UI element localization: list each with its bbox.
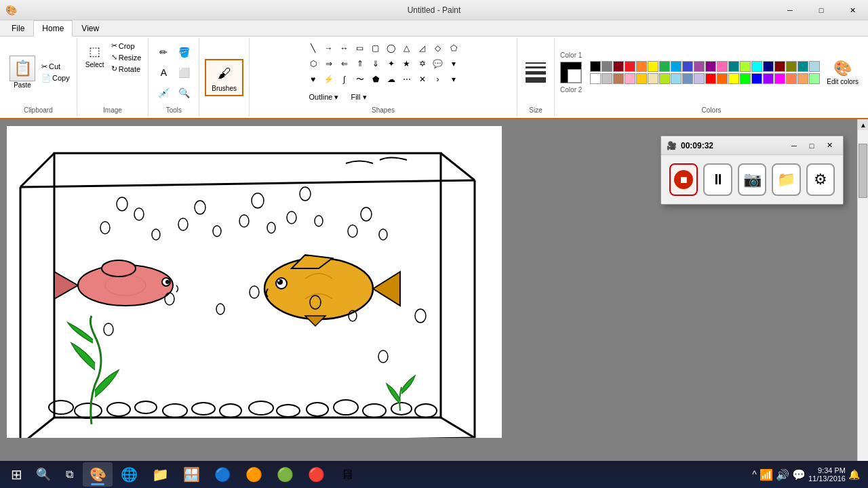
swatch-blue[interactable]: [671, 61, 682, 72]
swatch-coral[interactable]: [786, 73, 797, 84]
notification-icon[interactable]: 🔔: [848, 469, 860, 480]
recorder-maximize[interactable]: □: [804, 139, 820, 152]
tray-up-icon[interactable]: ^: [752, 469, 757, 480]
color1-box[interactable]: [560, 62, 582, 83]
taskbar-explorer[interactable]: 📁: [145, 462, 175, 487]
tray-sound-icon[interactable]: 🔊: [776, 468, 789, 481]
swatch-black[interactable]: [590, 61, 601, 72]
taskbar-windows[interactable]: 🪟: [176, 462, 206, 487]
swatch-yellow[interactable]: [648, 61, 658, 72]
swatch-white[interactable]: [590, 73, 601, 84]
taskbar-app4[interactable]: 🔴: [301, 462, 331, 487]
drawing-canvas[interactable]: [7, 126, 502, 438]
swatch-olive[interactable]: [786, 61, 797, 72]
swatch-navy[interactable]: [763, 61, 774, 72]
brushes-button[interactable]: 🖌 Brushes: [205, 59, 243, 96]
swatch-brightorange[interactable]: [717, 73, 728, 84]
taskbar-paint[interactable]: 🎨: [83, 462, 113, 487]
eraser-tool[interactable]: ⬜: [174, 63, 193, 82]
recorder-settings-button[interactable]: ⚙: [806, 163, 835, 196]
shape-star6[interactable]: ✡: [415, 56, 430, 71]
shape-line[interactable]: ╲: [306, 41, 321, 56]
tray-network-icon[interactable]: 📶: [760, 468, 773, 481]
fill-dropdown[interactable]: Fill ▾: [347, 91, 370, 104]
swatch-darkcyan[interactable]: [797, 61, 808, 72]
swatch-brightyellow[interactable]: [728, 73, 739, 84]
recorder-pause-button[interactable]: ⏸: [703, 163, 732, 196]
shape-freeform[interactable]: 〜: [353, 72, 368, 87]
maximize-button[interactable]: □: [806, 0, 837, 20]
swatch-sand[interactable]: [797, 73, 808, 84]
shape-x[interactable]: ✕: [415, 72, 430, 87]
shape-pentagon[interactable]: ⬠: [446, 41, 461, 56]
swatch-lightgray[interactable]: [601, 73, 612, 84]
shape-arrow-more[interactable]: ⋯: [399, 72, 414, 87]
recorder-close[interactable]: ✕: [821, 139, 837, 152]
shape-down-arrow[interactable]: ⇓: [368, 56, 383, 71]
shape-right-arrow[interactable]: ⇒: [321, 56, 336, 71]
shape-arrow[interactable]: →: [321, 41, 336, 56]
tab-file[interactable]: File: [3, 20, 33, 37]
size-2[interactable]: [526, 66, 546, 68]
swatch-orange[interactable]: [636, 61, 647, 72]
size-3[interactable]: [526, 71, 546, 75]
recorder-folder-button[interactable]: 📁: [772, 163, 800, 196]
start-button[interactable]: ⊞: [3, 462, 30, 487]
shape-rounded-rect[interactable]: ▢: [368, 41, 383, 56]
swatch-mint[interactable]: [809, 73, 820, 84]
shape-hexagon[interactable]: ⬡: [306, 56, 321, 71]
swatch-lightblue[interactable]: [809, 61, 820, 72]
size-4[interactable]: [526, 77, 546, 83]
swatch-brightred[interactable]: [705, 73, 716, 84]
cut-button[interactable]: ✂ Cut: [40, 62, 71, 72]
shape-chevron[interactable]: ›: [431, 72, 446, 87]
taskbar-app5[interactable]: 🖥: [332, 462, 362, 487]
taskbar-app3[interactable]: 🟢: [270, 462, 300, 487]
task-view-button[interactable]: ⧉: [57, 462, 81, 487]
rotate-button[interactable]: ↻ Rotate: [110, 64, 143, 74]
swatch-lightpink[interactable]: [625, 73, 635, 84]
shape-more2[interactable]: ▾: [446, 72, 461, 87]
swatch-brightgreen[interactable]: [740, 73, 751, 84]
taskbar-app1[interactable]: 🔵: [208, 462, 237, 487]
swatch-brightblue[interactable]: [751, 73, 762, 84]
swatch-maroon[interactable]: [774, 61, 785, 72]
shape-heart[interactable]: ♥: [306, 72, 321, 87]
text-tool[interactable]: A: [154, 63, 173, 82]
swatch-gold[interactable]: [636, 73, 647, 84]
shape-ellipse[interactable]: ◯: [384, 41, 399, 56]
size-1[interactable]: [526, 62, 546, 64]
swatch-teal[interactable]: [728, 61, 739, 72]
swatch-darkred[interactable]: [613, 61, 624, 72]
vertical-scrollbar[interactable]: ▲ ▼: [857, 119, 868, 477]
scroll-up[interactable]: ▲: [858, 119, 868, 130]
swatch-purple2[interactable]: [705, 61, 716, 72]
swatch-pink[interactable]: [717, 61, 728, 72]
shape-star4[interactable]: ✦: [384, 56, 399, 71]
minimize-button[interactable]: ─: [774, 0, 806, 20]
swatch-indigo[interactable]: [682, 61, 693, 72]
edit-colors-button[interactable]: 🎨 Edit colors: [823, 56, 863, 88]
resize-button[interactable]: ⤡ Resize: [110, 52, 143, 62]
scroll-thumb[interactable]: [859, 144, 867, 198]
copy-button[interactable]: 📄 Copy: [40, 73, 71, 83]
swatch-violet[interactable]: [763, 73, 774, 84]
swatch-lime[interactable]: [740, 61, 751, 72]
swatch-cream[interactable]: [648, 73, 658, 84]
shape-right-triangle[interactable]: ◿: [415, 41, 430, 56]
pencil-tool[interactable]: ✏: [154, 43, 173, 62]
swatch-purple[interactable]: [694, 61, 705, 72]
swatch-lavender[interactable]: [694, 73, 705, 84]
taskbar-edge[interactable]: 🌐: [114, 462, 144, 487]
system-clock[interactable]: 9:34 PM 11/13/2016: [808, 466, 846, 483]
recorder-stop-button[interactable]: ⏹: [669, 163, 698, 196]
paste-button[interactable]: 📋 Paste: [5, 53, 39, 92]
shape-callout[interactable]: 💬: [431, 56, 446, 71]
color-picker-tool[interactable]: 💉: [154, 83, 173, 102]
recorder-screenshot-button[interactable]: 📷: [738, 163, 766, 196]
shape-left-arrow[interactable]: ⇐: [337, 56, 352, 71]
shape-diamond[interactable]: ◇: [431, 41, 446, 56]
shape-star5[interactable]: ★: [399, 56, 414, 71]
swatch-brown[interactable]: [613, 73, 624, 84]
shape-rect[interactable]: ▭: [353, 41, 368, 56]
